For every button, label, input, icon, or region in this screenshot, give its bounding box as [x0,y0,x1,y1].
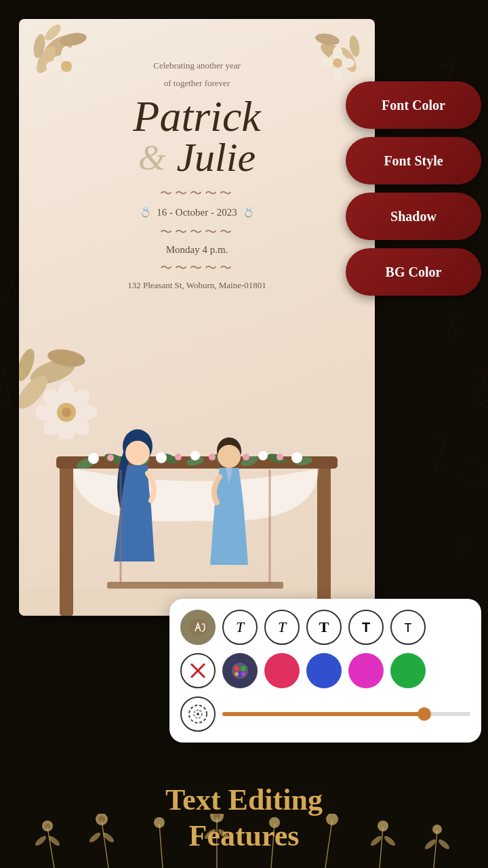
color-none[interactable] [180,653,216,688]
color-red[interactable] [264,653,300,688]
card-ampersand: & [138,138,165,178]
slider-icon [180,696,216,732]
couple-illustration [19,358,375,616]
card-header: Celebrating another year of together for… [19,19,375,291]
font-color-button[interactable]: Font Color [346,81,481,129]
svg-point-60 [291,452,302,463]
card-divider-1: 〜〜〜〜〜 [19,185,375,201]
svg-point-70 [218,445,241,468]
svg-point-76 [234,666,239,671]
card-date-text: 16 - October - 2023 [157,207,237,218]
svg-point-57 [190,451,200,460]
names-row: & Julie [19,134,375,181]
svg-point-66 [277,454,283,460]
shadow-button[interactable]: Shadow [346,193,481,240]
svg-point-61 [107,454,114,461]
font-option-4[interactable]: T [348,610,384,645]
features-title-line1: Text Editing [0,783,488,818]
slider-thumb[interactable] [418,707,431,721]
card-section: Celebrating another year of together for… [19,19,375,616]
card-name2: Julie [176,134,256,181]
svg-point-79 [235,672,239,676]
color-picker-row [180,653,470,688]
font-option-5[interactable]: T [390,610,426,645]
font-option-selected[interactable] [180,610,216,645]
svg-point-56 [156,452,167,463]
ring-icon-right: 💍 [243,207,254,218]
card-divider-2: 〜〜〜〜〜 [19,224,375,240]
svg-point-80 [241,672,245,676]
svg-point-65 [243,454,249,460]
slider-fill [222,712,426,716]
svg-rect-43 [317,460,331,616]
font-option-2[interactable]: T [264,610,300,645]
card-name1: Patrick [19,95,375,138]
font-style-row: T T T T T [180,610,470,645]
svg-point-77 [241,666,246,671]
svg-point-59 [258,451,268,460]
main-container: Celebrating another year of together for… [0,0,488,868]
bottom-panel: T T T T T [169,599,481,743]
card-subtitle-line2: of together forever [19,77,375,90]
slider-row [180,696,470,732]
card-address: 132 Pleasant St, Woburn, Maine-01801 [19,280,375,291]
font-option-3[interactable]: T [306,610,342,645]
svg-rect-71 [107,582,283,589]
font-option-1[interactable]: T [222,610,258,645]
color-pink[interactable] [348,653,384,688]
slider-track[interactable] [222,712,470,716]
color-palette[interactable] [222,653,258,688]
svg-point-83 [197,713,199,715]
color-blue[interactable] [306,653,342,688]
bg-color-button[interactable]: BG Color [346,248,481,296]
svg-point-64 [209,454,216,460]
card-time: Monday 4 p.m. [19,244,375,256]
svg-point-68 [125,441,150,465]
svg-point-54 [88,453,99,464]
svg-point-63 [175,454,182,460]
color-green[interactable] [390,653,426,688]
buttons-panel: Font Color Font Style Shadow BG Color [346,81,481,296]
svg-rect-42 [60,460,73,616]
features-title-line2: Features [0,818,488,854]
ring-icon-left: 💍 [140,207,151,218]
invitation-card: Celebrating another year of together for… [19,19,375,616]
features-label: Text Editing Features [0,783,488,854]
card-subtitle-line1: Celebrating another year [19,60,375,72]
font-style-button[interactable]: Font Style [346,137,481,184]
card-divider-3: 〜〜〜〜〜 [19,260,375,276]
card-date: 💍 16 - October - 2023 💍 [19,207,375,218]
svg-point-72 [189,618,207,636]
